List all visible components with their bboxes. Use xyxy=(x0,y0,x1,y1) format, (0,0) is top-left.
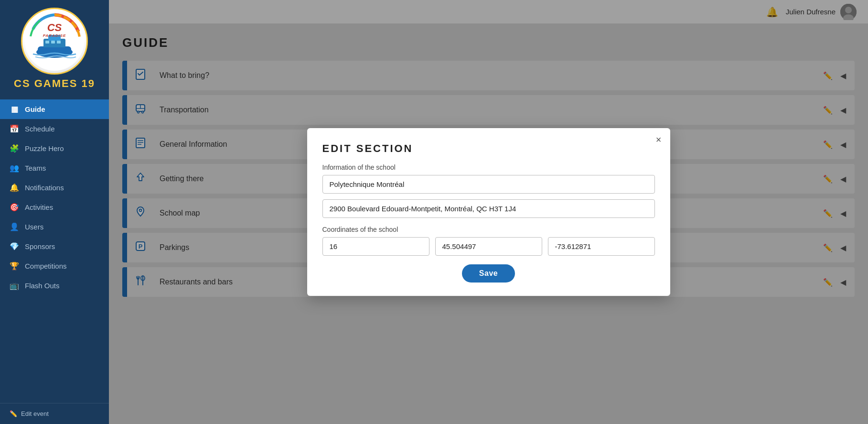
school-name-input[interactable] xyxy=(322,175,655,194)
sidebar: CS PARADISE CS GAMES 19 ▦ Guide 📅 Schedu… xyxy=(0,0,109,424)
svg-text:CS: CS xyxy=(47,22,62,33)
sidebar-item-label: Users xyxy=(25,223,43,231)
bell-icon: 🔔 xyxy=(10,183,19,192)
sidebar-item-puzzle-hero[interactable]: 🧩 Puzzle Hero xyxy=(0,139,109,158)
main-content: 🔔 Julien Dufresne GUIDE What to bring xyxy=(109,0,868,424)
sidebar-item-label: Sponsors xyxy=(25,242,55,250)
sidebar-nav: ▦ Guide 📅 Schedule 🧩 Puzzle Hero 👥 Teams… xyxy=(0,96,109,403)
edit-event-button[interactable]: ✏️ Edit event xyxy=(10,410,99,417)
edit-section-modal: × EDIT SECTION Information of the school… xyxy=(307,128,670,296)
svg-rect-5 xyxy=(45,41,49,43)
logo-svg: CS PARADISE xyxy=(23,10,86,72)
flash-outs-icon: 📺 xyxy=(10,281,19,290)
coord-id-input[interactable] xyxy=(322,237,429,256)
sponsors-icon: 💎 xyxy=(10,242,19,251)
schedule-icon: 📅 xyxy=(10,124,19,133)
sidebar-item-flash-outs[interactable]: 📺 Flash Outs xyxy=(0,276,109,295)
edit-event-label: Edit event xyxy=(21,410,49,417)
sidebar-item-users[interactable]: 👤 Users xyxy=(0,217,109,237)
save-button[interactable]: Save xyxy=(462,264,515,283)
sidebar-item-label: Guide xyxy=(25,105,45,113)
coord-lat-input[interactable] xyxy=(435,237,542,256)
sidebar-item-notifications[interactable]: 🔔 Notifications xyxy=(0,178,109,197)
modal-close-button[interactable]: × xyxy=(656,135,662,144)
sidebar-item-teams[interactable]: 👥 Teams xyxy=(0,158,109,178)
sidebar-item-competitions[interactable]: 🏆 Competitions xyxy=(0,256,109,276)
sidebar-item-guide[interactable]: ▦ Guide xyxy=(0,99,109,119)
users-icon: 👤 xyxy=(10,222,19,231)
sidebar-item-label: Notifications xyxy=(25,184,64,192)
svg-text:PARADISE: PARADISE xyxy=(43,33,66,38)
activities-icon: 🎯 xyxy=(10,203,19,212)
logo-circle: CS PARADISE xyxy=(21,8,88,75)
sidebar-item-label: Puzzle Hero xyxy=(25,144,64,152)
svg-rect-2 xyxy=(38,46,71,53)
coord-lng-input[interactable] xyxy=(548,237,655,256)
modal-overlay[interactable]: × EDIT SECTION Information of the school… xyxy=(109,0,868,424)
sidebar-item-schedule[interactable]: 📅 Schedule xyxy=(0,119,109,139)
teams-icon: 👥 xyxy=(10,163,19,173)
sidebar-item-label: Teams xyxy=(25,164,46,172)
coordinates-row xyxy=(322,237,655,256)
sidebar-footer: ✏️ Edit event xyxy=(0,403,109,424)
school-address-input[interactable] xyxy=(322,199,655,218)
modal-title: EDIT SECTION xyxy=(322,142,655,155)
sidebar-item-label: Flash Outs xyxy=(25,282,60,290)
school-name-label: Information of the school xyxy=(322,163,655,171)
sidebar-item-label: Activities xyxy=(25,203,53,211)
competitions-icon: 🏆 xyxy=(10,261,19,271)
svg-rect-7 xyxy=(57,41,61,43)
sidebar-item-sponsors[interactable]: 💎 Sponsors xyxy=(0,237,109,256)
sidebar-logo: CS PARADISE CS GAMES 19 xyxy=(0,0,109,96)
coordinates-label: Coordinates of the school xyxy=(322,226,655,233)
guide-icon: ▦ xyxy=(10,105,19,114)
edit-icon: ✏️ xyxy=(10,410,17,417)
app-title: CS GAMES 19 xyxy=(14,77,95,90)
sidebar-item-label: Competitions xyxy=(25,262,67,270)
modal-save-row: Save xyxy=(322,264,655,283)
sidebar-item-label: Schedule xyxy=(25,125,55,133)
sidebar-item-activities[interactable]: 🎯 Activities xyxy=(0,197,109,217)
puzzle-icon: 🧩 xyxy=(10,144,19,153)
svg-rect-6 xyxy=(51,41,55,43)
